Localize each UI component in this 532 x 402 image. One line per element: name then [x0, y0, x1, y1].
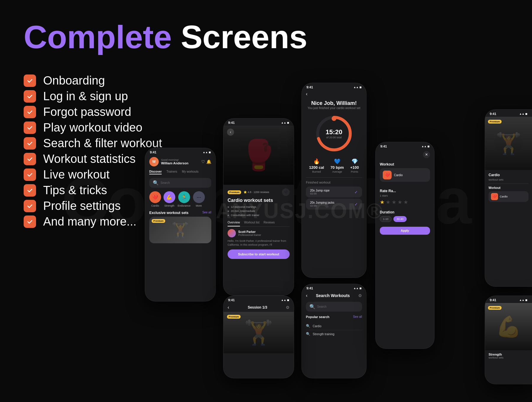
page-container: Complete Fea ANYUSJ.COM® Complete Screen… — [0, 0, 532, 402]
phone3-status-icons: ▲▲ ◼ — [353, 86, 361, 89]
check-icon-tips — [24, 184, 36, 197]
phone-right-time: 9:41 — [490, 112, 496, 116]
phone2-status-icons: ▲▲ ◼ — [281, 121, 289, 124]
phone3-bpm-label: Average — [332, 170, 342, 173]
phone1-cat-label-more: More — [196, 204, 202, 207]
phone6-rate-sub: 1 stars — [380, 194, 430, 197]
phone2-hero-figure: 🥊 — [240, 138, 277, 173]
phone6-time: 9:41 — [380, 145, 387, 148]
phone3-exercise-2: 20x Jumping jacks 02:00 ✓ — [306, 199, 362, 210]
phone4-see-all[interactable]: See all — [353, 315, 362, 319]
phone2-feature-label-3: Consultation with trainer — [231, 214, 259, 217]
phone1-tab-trainers[interactable]: Trainers — [166, 170, 177, 174]
check-icon-login — [24, 90, 36, 103]
phone4-gear-icon[interactable]: ⚙ — [358, 293, 362, 298]
phone6-duration-title: Duration — [380, 210, 430, 214]
phone3-exercise-1-time: 02:00 — [310, 192, 330, 195]
feature-label-search: Search & filter workout — [43, 137, 162, 150]
phone1-search-bar[interactable]: 🔍 Search — [149, 178, 211, 188]
phone1-featured-card[interactable]: 🏋️ Premium — [149, 217, 211, 243]
phone5-header: ‹ Session 1/3 ⚙ — [223, 303, 294, 312]
phone-right-cardio-card[interactable]: ❤️ Cardio — [489, 191, 528, 202]
phone2-info: Premium ⭐ 4.8 · 1200 reviews ♡ Cardio wo… — [223, 185, 294, 261]
phone2-dot-1 — [228, 206, 229, 208]
phone1-search-icon: 🔍 — [153, 180, 159, 186]
check-icon-profile — [24, 200, 36, 212]
phone6-section-title: Workout — [380, 162, 430, 166]
phone3-divider — [306, 177, 362, 178]
phone6-status-icons: ▲▲ ◼ — [421, 145, 429, 148]
phone-br-icons: ▲▲ ◼ — [519, 299, 527, 302]
phone1-cat-strength[interactable]: 💪 Strength — [163, 191, 175, 207]
phone4-search-bar[interactable]: 🔍 Search — [306, 302, 362, 312]
phone1-cat-more[interactable]: ⋯ More — [193, 191, 205, 207]
phone2-heart-icon[interactable]: ♡ — [282, 188, 290, 196]
phone-right-icons: ▲▲ ◼ — [519, 112, 527, 115]
phone3-exercise-2-info: 20x Jumping jacks 02:00 — [310, 201, 334, 207]
phone6-star-1[interactable]: ★ — [380, 199, 385, 205]
phone6-pill-30-40[interactable]: 30-40 — [393, 216, 407, 222]
phone6-star-3[interactable]: ★ — [392, 199, 396, 205]
phone2-trainer-role: Professional trainer — [238, 234, 261, 236]
phone5-time: 9:41 — [228, 298, 235, 302]
check-icon-search — [24, 137, 36, 150]
phone3-check-icon-1: ✓ — [354, 190, 358, 194]
phone2-feature-1: 12 exclusive trainings — [228, 205, 290, 208]
phone2-subscribe-button[interactable]: Subscribe to start workout — [228, 249, 290, 259]
phone6-pill-1-10[interactable]: 1-10 — [380, 216, 392, 222]
phone1-more-icon: ⋯ — [193, 191, 205, 203]
phone6-star-4[interactable]: ★ — [398, 199, 402, 205]
phone-stats: 9:41 ▲▲ ◼ ‹ Nice Job, William! You just … — [301, 83, 366, 278]
phone4-popular-item-2[interactable]: 🔍 Strength training — [306, 330, 362, 338]
phone6-star-2[interactable]: ★ — [386, 199, 390, 205]
phone2-trainer-avatar — [228, 229, 236, 237]
phone3-time-big: 15:20 — [326, 128, 342, 136]
feature-label-tips: Tips & tricks — [43, 184, 107, 197]
phone-right-premium: Premium — [488, 120, 502, 124]
phone-right-content: Cardio workout sets Workout ❤️ Cardio — [485, 170, 532, 207]
phone1-status-icons: ▲▲ ◼ — [203, 151, 211, 154]
phone6-star-5[interactable]: ★ — [403, 199, 408, 205]
phone5-gear-icon[interactable]: ⚙ — [286, 305, 290, 310]
phone-right-section: Workout — [489, 186, 528, 189]
phone4-back-button[interactable]: ‹ — [306, 293, 307, 298]
phone3-stat-bpm: 💙 70 bpm Average — [330, 158, 344, 173]
phone-cardio-detail: 9:41 ▲▲ ◼ 🥊 ‹ Premium ⭐ 4.8 · 1200 revie… — [223, 118, 294, 296]
phone-br-content: Strength workout sets — [485, 350, 532, 362]
phone3-back-button[interactable]: ‹ — [302, 90, 366, 98]
phone1-card-figure: 🏋️ — [171, 222, 189, 238]
phone1-time: 9:41 — [150, 150, 156, 154]
phone5-hero-figure: 🏋️ — [244, 319, 273, 346]
phone6-rate-title: Rate Ra... — [380, 189, 430, 193]
phone4-status-bar: 9:41 ▲▲ ◼ — [302, 284, 366, 291]
phone2-tabs: Overview Workout list Reviews — [228, 219, 290, 227]
phone6-close-button[interactable]: ✕ — [423, 151, 430, 158]
phone4-search-icon: 🔍 — [309, 304, 315, 309]
phone1-see-all[interactable]: See all — [202, 211, 211, 215]
phone3-calories-value: 1200 cal — [309, 165, 324, 170]
phone1-cat-endurance[interactable]: 🏃 Endurance — [178, 191, 191, 207]
phone4-popular-item-1[interactable]: 🔍 Cardio — [306, 322, 362, 330]
phone2-tags: Premium ⭐ 4.8 · 1200 reviews ♡ — [228, 188, 290, 196]
phone2-back-button[interactable]: ‹ — [227, 129, 234, 136]
phone3-subtitle: You just finished your cardio workout se… — [306, 106, 361, 110]
phone1-endurance-icon: 🏃 — [178, 191, 190, 203]
phone1-search-placeholder: Search — [160, 181, 170, 184]
phone6-workout-card[interactable]: ❤️ Cardio — [380, 168, 430, 182]
phone3-exercise-2-time: 02:00 — [310, 204, 334, 207]
phone6-apply-button[interactable]: Apply — [380, 227, 430, 235]
phone2-tab-reviews[interactable]: Reviews — [264, 219, 275, 226]
phone4-popular-items: 🔍 Cardio 🔍 Strength training — [302, 320, 366, 340]
phone2-trainer-name: Scott Parker — [238, 230, 261, 234]
phone1-tab-myworkouts[interactable]: My workouts — [182, 170, 199, 174]
phone5-back-button[interactable]: ‹ — [228, 305, 229, 310]
phone1-tab-discover[interactable]: Discover — [149, 170, 162, 174]
phone2-tab-workoutlist[interactable]: Workout list — [244, 219, 259, 226]
phone2-tab-overview[interactable]: Overview — [228, 219, 240, 226]
phone4-status-icons: ▲▲ ◼ — [353, 287, 361, 290]
feature-login: Log in & sign up — [24, 90, 508, 103]
phone1-action-icons[interactable]: ♡ 🔔 — [201, 159, 211, 164]
phone-right-cardio-icon: ❤️ — [491, 193, 498, 200]
phone1-cat-cardio[interactable]: ❤️ Cardio — [149, 191, 161, 207]
phone6-stars[interactable]: ★ ★ ★ ★ ★ — [380, 199, 430, 205]
